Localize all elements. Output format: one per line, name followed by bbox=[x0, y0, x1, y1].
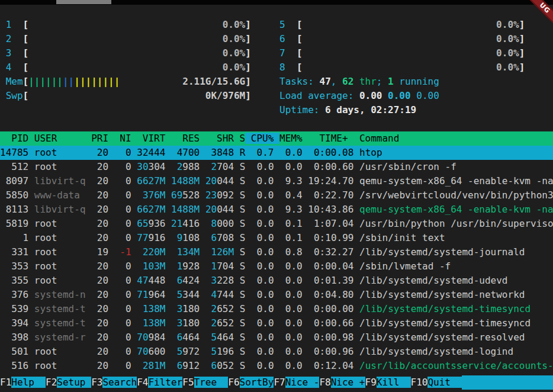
text bbox=[205, 303, 211, 314]
process-row[interactable]: 539 systemd-t 20 0 138M 3180 2652 S 0.0 … bbox=[0, 302, 553, 316]
column-header-pid[interactable]: PID bbox=[0, 133, 28, 144]
meter-open-bracket: [ bbox=[23, 62, 29, 73]
uptime-value: 6 days, 02:27:19 bbox=[325, 104, 416, 115]
text bbox=[86, 189, 92, 201]
cell-command: /srv/webvirtcloud/venv/bin/python3 bbox=[359, 189, 553, 201]
process-row[interactable]: 331 root 19 -1 220M 134M 126M S 0.0 0.8 … bbox=[0, 245, 553, 259]
column-header-res[interactable]: RES bbox=[165, 133, 200, 144]
fkey-f6-sortby[interactable]: F6SortBy bbox=[228, 375, 274, 390]
text bbox=[274, 317, 280, 329]
text bbox=[108, 232, 114, 243]
cell-state: S bbox=[240, 204, 246, 215]
fkey-f10-quit[interactable]: F10Quit bbox=[411, 375, 462, 390]
swap-load-line: Swp[ 0K/976M] Load average: 0.00 0.00 0.… bbox=[0, 89, 553, 103]
cell-virt: 936 bbox=[149, 218, 166, 229]
process-row[interactable]: 376 systemd-n 20 0 71964 5344 4744 S 0.0… bbox=[0, 288, 553, 302]
text bbox=[28, 218, 34, 229]
meter-open-bracket: [ bbox=[297, 19, 303, 30]
cell-virt-hl: 103M bbox=[143, 261, 166, 272]
column-header-time+[interactable]: TIME+ bbox=[303, 133, 354, 144]
text bbox=[0, 76, 6, 87]
cell-virt-hl: 70 bbox=[137, 346, 148, 357]
text bbox=[251, 62, 274, 73]
fkey-f1-help[interactable]: F1Help bbox=[0, 375, 46, 390]
fkey-f2-setup[interactable]: F2Setup bbox=[46, 375, 91, 390]
text bbox=[234, 246, 240, 258]
text bbox=[28, 360, 34, 371]
fkey-f8-nice+[interactable]: F8Nice + bbox=[319, 375, 365, 390]
fkey-label: Quit bbox=[427, 377, 462, 388]
meter-close-bracket: ] bbox=[245, 90, 251, 101]
cell-mem-percent: 0.0 bbox=[279, 275, 303, 286]
fkey-f9-kill[interactable]: F9Kill bbox=[365, 375, 411, 390]
cell-mem-percent: 0.0 bbox=[279, 289, 303, 300]
cell-res-hl: 5 bbox=[177, 346, 183, 357]
text bbox=[131, 289, 137, 300]
text bbox=[274, 47, 279, 59]
text bbox=[0, 19, 6, 30]
process-row[interactable]: 398 systemd-r 20 0 70984 6464 5464 S 0.0… bbox=[0, 330, 553, 345]
cell-mem-percent: 9.3 bbox=[279, 175, 303, 187]
text bbox=[28, 317, 34, 329]
cell-cpu-percent: 0.7 bbox=[251, 147, 274, 158]
fkey-f4-filter[interactable]: F4Filter bbox=[137, 375, 182, 390]
text bbox=[234, 147, 240, 158]
text bbox=[171, 332, 177, 343]
cell-mem-percent: 0.0 bbox=[279, 360, 303, 371]
process-table-header: PID USER PRI NI VIRT RES SHR S CPU% MEM%… bbox=[0, 131, 553, 146]
cell-nice: 0 bbox=[114, 261, 131, 272]
column-header-shr[interactable]: SHR bbox=[200, 133, 234, 144]
text bbox=[86, 204, 92, 215]
column-header-cpu%[interactable]: CPU% bbox=[245, 133, 279, 144]
column-header-pri[interactable]: PRI bbox=[86, 133, 109, 144]
cell-pid: 501 bbox=[0, 346, 28, 357]
text: , bbox=[331, 76, 342, 87]
process-row[interactable]: 355 root 20 0 47448 6424 3228 S 0.0 0.0 … bbox=[0, 274, 553, 288]
column-header-command[interactable]: Command bbox=[353, 133, 399, 144]
text bbox=[353, 346, 359, 357]
process-row[interactable]: 353 root 20 0 103M 1928 1704 S 0.0 0.0 0… bbox=[0, 259, 553, 274]
cell-res-hl: 3 bbox=[177, 303, 183, 314]
cell-mem-percent: 0.1 bbox=[279, 218, 303, 229]
text bbox=[234, 317, 240, 329]
text bbox=[28, 147, 34, 158]
cell-virt: 32444 bbox=[137, 147, 165, 158]
cell-nice: 0 bbox=[114, 317, 131, 329]
fkey-f3-search[interactable]: F3Search bbox=[91, 375, 137, 390]
process-row[interactable]: 8113 libvirt-q 20 0 6627M 1488M 20044 S … bbox=[0, 203, 553, 217]
fkey-f5-tree[interactable]: F5Tree bbox=[182, 375, 228, 390]
process-row[interactable]: 512 root 20 0 30304 2988 2704 S 0.0 0.0 … bbox=[0, 160, 553, 174]
cell-state: S bbox=[240, 317, 246, 329]
cell-state: S bbox=[240, 289, 246, 300]
process-row[interactable]: 14785 root 20 0 32444 4700 3848 R 0.7 0.… bbox=[0, 146, 553, 160]
process-row[interactable]: 516 root 20 0 281M 6912 6052 S 0.0 0.0 0… bbox=[0, 359, 553, 373]
text bbox=[108, 275, 114, 286]
text bbox=[28, 232, 34, 243]
meter-open-bracket: [ bbox=[23, 33, 29, 44]
process-row[interactable]: 5850 www-data 20 0 376M 69528 23092 S 0.… bbox=[0, 188, 553, 203]
text bbox=[200, 303, 205, 314]
text bbox=[165, 261, 171, 272]
process-row[interactable]: 5819 root 20 0 65936 21416 8000 S 0.0 0.… bbox=[0, 217, 553, 231]
column-header-ni[interactable]: NI bbox=[108, 133, 131, 144]
cell-time: 0:22.70 bbox=[308, 189, 353, 201]
cell-shr: 092 bbox=[217, 189, 234, 201]
process-row[interactable]: 8097 libvirt-q 20 0 6627M 1488M 20044 S … bbox=[0, 174, 553, 188]
column-header-user[interactable]: USER bbox=[28, 133, 85, 144]
column-header-mem%[interactable]: MEM% bbox=[279, 133, 303, 144]
process-row[interactable]: 501 root 20 0 70600 5972 5196 S 0.0 0.0 … bbox=[0, 345, 553, 359]
column-header-virt[interactable]: VIRT bbox=[131, 133, 166, 144]
cell-user: root bbox=[34, 218, 86, 229]
text bbox=[274, 33, 279, 44]
meter-close-bracket: ] bbox=[245, 47, 251, 59]
text bbox=[165, 303, 171, 314]
text bbox=[171, 275, 177, 286]
column-header-s[interactable]: S bbox=[234, 133, 245, 144]
fkey-f7-nice-[interactable]: F7Nice - bbox=[274, 375, 319, 390]
cell-res: 180 bbox=[182, 317, 200, 329]
process-row[interactable]: 1 root 20 0 77916 9108 6708 S 0.0 0.1 0:… bbox=[0, 231, 553, 245]
process-row[interactable]: 394 systemd-t 20 0 138M 3180 2652 S 0.0 … bbox=[0, 316, 553, 330]
cell-pid: 8097 bbox=[0, 175, 28, 187]
terminal-window: 1 [ 0.0%] 5 [ 0.0%] 2 [ 0.0%] 6 [ 0.0%] … bbox=[0, 0, 553, 392]
cell-virt-hl: 70 bbox=[137, 332, 148, 343]
